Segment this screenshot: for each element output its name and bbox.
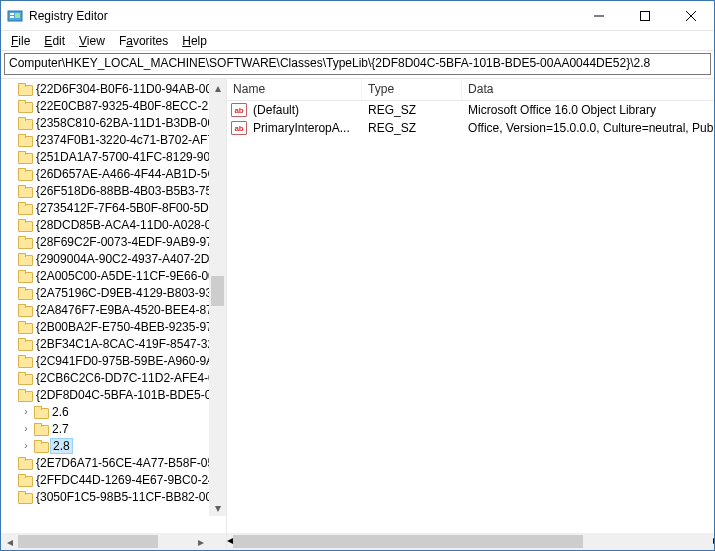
scroll-up-icon[interactable]: ▴: [209, 79, 226, 96]
svg-rect-2: [10, 16, 14, 18]
list-header: Name Type Data: [227, 79, 714, 101]
tree-item[interactable]: {2BF34C1A-8CAC-419F-8547-32: [1, 335, 226, 352]
folder-icon: [17, 456, 33, 470]
tree-item[interactable]: {2CB6C2C6-DD7C-11D2-AFE4-00: [1, 369, 226, 386]
folder-icon: [17, 133, 33, 147]
scroll-thumb[interactable]: [233, 535, 583, 548]
menu-favorites[interactable]: Favorites: [113, 33, 174, 49]
folder-icon: [17, 218, 33, 232]
tree-item[interactable]: {2374F0B1-3220-4c71-B702-AF7: [1, 131, 226, 148]
tree-item[interactable]: {2A8476F7-E9BA-4520-BEE4-875: [1, 301, 226, 318]
tree-item-label: {2A8476F7-E9BA-4520-BEE4-875: [36, 303, 219, 317]
folder-icon: [17, 320, 33, 334]
chevron-right-icon[interactable]: ›: [19, 423, 33, 434]
string-value-icon: ab: [231, 103, 247, 117]
scroll-thumb[interactable]: [211, 276, 224, 306]
tree-item[interactable]: {26F518D6-88BB-4B03-B5B3-751: [1, 182, 226, 199]
folder-icon: [17, 269, 33, 283]
tree-item-label: {2A005C00-A5DE-11CF-9E66-00A: [36, 269, 223, 283]
column-data[interactable]: Data: [462, 79, 714, 100]
tree-item[interactable]: {2A005C00-A5DE-11CF-9E66-00A: [1, 267, 226, 284]
folder-icon: [17, 490, 33, 504]
column-type[interactable]: Type: [362, 79, 462, 100]
menu-file[interactable]: File: [5, 33, 36, 49]
window-title: Registry Editor: [29, 9, 576, 23]
tree-item[interactable]: {28F69C2F-0073-4EDF-9AB9-97B: [1, 233, 226, 250]
string-value-icon: ab: [231, 121, 247, 135]
menu-help[interactable]: Help: [176, 33, 213, 49]
tree-item-label: {22E0CB87-9325-4B0F-8ECC-21B: [36, 99, 223, 113]
folder-icon: [33, 405, 49, 419]
menu-edit[interactable]: Edit: [38, 33, 71, 49]
scroll-right-icon[interactable]: ▸: [192, 533, 209, 550]
scroll-right-icon[interactable]: ▸: [713, 533, 714, 550]
tree-item-label: 2.6: [52, 405, 69, 419]
tree-item[interactable]: {3050F1C5-98B5-11CF-BB82-00A: [1, 488, 226, 505]
folder-icon: [17, 371, 33, 385]
tree-item-label: {2E7D6A71-56CE-4A77-B58F-05: [36, 456, 214, 470]
maximize-button[interactable]: [622, 1, 668, 30]
svg-rect-3: [15, 13, 20, 18]
tree-item[interactable]: {2C941FD0-975B-59BE-A960-9A2: [1, 352, 226, 369]
tree-pane: {22D6F304-B0F6-11D0-94AB-008{22E0CB87-93…: [1, 79, 227, 550]
value-row[interactable]: ab(Default)REG_SZMicrosoft Office 16.0 O…: [227, 101, 714, 119]
tree-item[interactable]: ›2.7: [1, 420, 226, 437]
value-type: REG_SZ: [362, 121, 462, 135]
tree-item-label: {2374F0B1-3220-4c71-B702-AF7: [36, 133, 214, 147]
tree-item-label: {2B00BA2F-E750-4BEB-9235-971: [36, 320, 219, 334]
tree-item-label: 2.8: [50, 438, 73, 454]
value-type: REG_SZ: [362, 103, 462, 117]
tree-item-label: {2FFDC44D-1269-4E67-9BC0-248: [36, 473, 221, 487]
tree-item-label: {3050F1C5-98B5-11CF-BB82-00A: [36, 490, 220, 504]
tree-item[interactable]: {2E7D6A71-56CE-4A77-B58F-05: [1, 454, 226, 471]
folder-icon: [17, 388, 33, 402]
folder-icon: [17, 116, 33, 130]
tree-vertical-scrollbar[interactable]: ▴ ▾: [209, 79, 226, 516]
column-name[interactable]: Name: [227, 79, 362, 100]
tree-item[interactable]: {2A75196C-D9EB-4129-B803-931: [1, 284, 226, 301]
tree-horizontal-scrollbar[interactable]: ◂ ▸: [1, 533, 226, 550]
tree-item-label: {2BF34C1A-8CAC-419F-8547-32: [36, 337, 214, 351]
tree-item[interactable]: ›2.8: [1, 437, 226, 454]
tree-item-label: {2DF8D04C-5BFA-101B-BDE5-00A: [36, 388, 226, 402]
folder-icon: [17, 82, 33, 96]
tree-item-label: {28DCD85B-ACA4-11D0-A028-00: [36, 218, 218, 232]
values-pane: Name Type Data ab(Default)REG_SZMicrosof…: [227, 79, 714, 550]
scroll-left-icon[interactable]: ◂: [1, 533, 18, 550]
tree-item[interactable]: {26D657AE-A466-4F44-AB1D-5C: [1, 165, 226, 182]
folder-icon: [17, 99, 33, 113]
tree-item[interactable]: ›2.6: [1, 403, 226, 420]
tree-item-label: {2CB6C2C6-DD7C-11D2-AFE4-00: [36, 371, 221, 385]
tree-item[interactable]: {251DA1A7-5700-41FC-8129-909: [1, 148, 226, 165]
folder-icon: [17, 303, 33, 317]
tree-item[interactable]: {22D6F304-B0F6-11D0-94AB-008: [1, 80, 226, 97]
tree-item[interactable]: {2909004A-90C2-4937-A407-2DF: [1, 250, 226, 267]
tree-item[interactable]: {2B00BA2F-E750-4BEB-9235-971: [1, 318, 226, 335]
tree-item[interactable]: {22E0CB87-9325-4B0F-8ECC-21B: [1, 97, 226, 114]
tree-item[interactable]: {2FFDC44D-1269-4E67-9BC0-248: [1, 471, 226, 488]
svg-rect-1: [10, 13, 14, 15]
tree-item[interactable]: {2735412F-7F64-5B0F-8F00-5D77: [1, 199, 226, 216]
folder-icon: [17, 150, 33, 164]
tree-item[interactable]: {28DCD85B-ACA4-11D0-A028-00: [1, 216, 226, 233]
scroll-down-icon[interactable]: ▾: [209, 499, 226, 516]
value-name: (Default): [247, 103, 362, 117]
tree-item-label: {26D657AE-A466-4F44-AB1D-5C: [36, 167, 216, 181]
value-name: PrimaryInteropA...: [247, 121, 362, 135]
minimize-button[interactable]: [576, 1, 622, 30]
folder-icon: [17, 235, 33, 249]
value-row[interactable]: abPrimaryInteropA...REG_SZOffice, Versio…: [227, 119, 714, 137]
chevron-right-icon[interactable]: ›: [19, 406, 33, 417]
folder-icon: [17, 184, 33, 198]
menu-view[interactable]: View: [73, 33, 111, 49]
folder-icon: [17, 473, 33, 487]
folder-icon: [17, 286, 33, 300]
tree-item[interactable]: {2DF8D04C-5BFA-101B-BDE5-00A: [1, 386, 226, 403]
folder-icon: [17, 252, 33, 266]
values-horizontal-scrollbar[interactable]: ◂ ▸: [227, 533, 714, 550]
address-bar[interactable]: Computer\HKEY_LOCAL_MACHINE\SOFTWARE\Cla…: [4, 53, 711, 75]
scroll-thumb[interactable]: [18, 535, 158, 548]
tree-item[interactable]: {2358C810-62BA-11D1-B3DB-00: [1, 114, 226, 131]
close-button[interactable]: [668, 1, 714, 30]
chevron-right-icon[interactable]: ›: [19, 440, 33, 451]
